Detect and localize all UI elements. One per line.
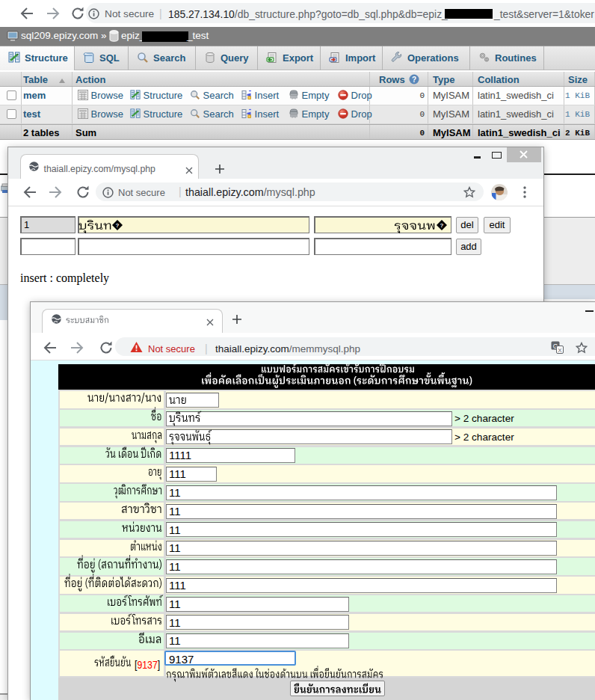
svg-text:?: ? xyxy=(115,222,119,229)
svg-text:?: ? xyxy=(440,222,444,229)
